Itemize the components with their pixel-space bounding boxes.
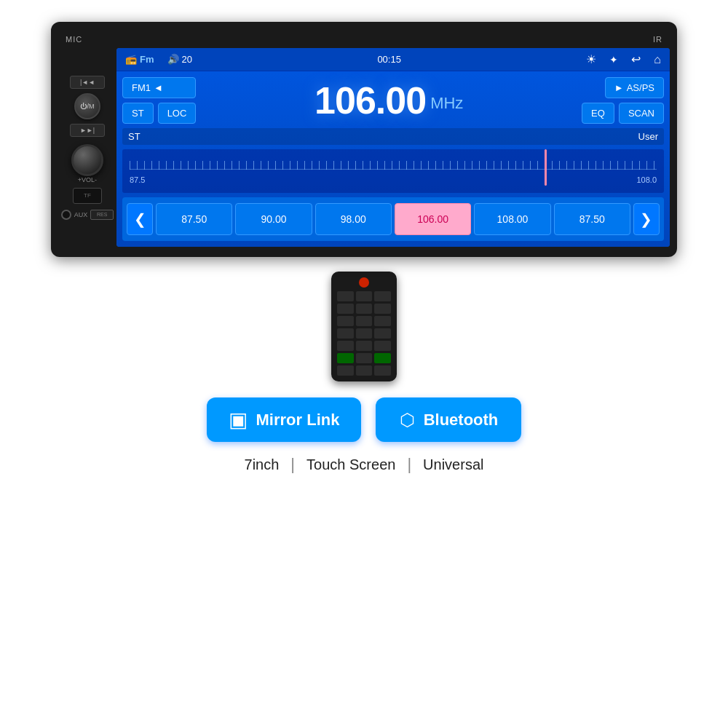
info-row: ST User [122,128,664,145]
top-controls: FM1 ◄ ST LOC [122,77,664,124]
tuner-max-freq: 108.0 [636,175,657,184]
radio-screen-main: FM1 ◄ ST LOC [116,71,670,247]
spec-type: Universal [423,456,483,473]
remote-btn-6[interactable] [374,304,391,314]
remote-btn-9[interactable] [374,316,391,326]
presets-row: ❮ 87.50 90.00 98.00 106.00 108.00 87.50 … [122,197,664,241]
preset-next-button[interactable]: ❯ [633,203,660,235]
st-label: ST [132,108,144,119]
tf-slot[interactable]: TF [73,188,102,204]
user-info: User [638,131,658,142]
remote-section [331,272,397,381]
brightness-icon[interactable]: ☀ [586,52,596,66]
preset-6[interactable]: 87.50 [554,203,630,235]
preset-1[interactable]: 87.50 [156,203,232,235]
st-info: ST [128,131,141,142]
loc-label: LOC [167,108,187,119]
remote-btn-5[interactable] [356,304,373,314]
ir-label: IR [653,35,662,44]
radio-body: |◄◄ ⏻/M ►►| +VOL- TF AUX RES [58,48,670,247]
remote-power-btn[interactable] [359,277,369,288]
remote-btn-21[interactable] [374,365,391,376]
preset-prev-button[interactable]: ❮ [127,203,153,235]
mirror-link-badge: ▣ Mirror Link [207,397,362,442]
frequency-display: 106.00 MHz [202,79,576,122]
remote-btn-4[interactable] [337,304,354,314]
preset-3[interactable]: 98.00 [315,203,392,235]
st-button[interactable]: ST [122,103,154,124]
vol-label: +VOL- [71,176,103,183]
radio-mode-label: Fm [140,54,154,65]
volume-indicator[interactable]: 🔊 20 [167,54,192,65]
screen: 📻 Fm 🔊 20 00:15 ☀ ✦ ↩ ⌂ [116,48,670,247]
frequency-unit: MHz [430,94,463,113]
scan-button[interactable]: SCAN [619,103,664,124]
remote-btn-17[interactable] [356,353,373,363]
frequency-value: 106.00 [314,79,426,122]
remote-top [337,277,391,288]
mic-label: MIC [66,35,82,44]
remote-btn-11[interactable] [356,328,373,339]
tuner-indicator [545,149,547,186]
remote-btn-1[interactable] [337,291,354,301]
tick-line [130,161,657,170]
remote-btn-7[interactable] [337,316,354,326]
band-controls-left: FM1 ◄ ST LOC [122,77,196,124]
tuner-bar[interactable]: 87.5 108.0 [122,149,664,193]
remote-btn-3[interactable] [374,291,391,301]
remote-btn-13[interactable] [337,341,354,351]
remote-control [331,272,397,381]
preset-5[interactable]: 108.00 [474,203,550,235]
preset-4-active[interactable]: 106.00 [395,203,471,235]
fm1-prev-button[interactable]: FM1 ◄ [122,77,196,98]
volume-icon: 🔊 [167,54,179,65]
remote-btn-grid [337,291,391,376]
spec-screen: Touch Screen [306,456,395,473]
divider-2: | [407,455,411,474]
divider-1: | [290,455,295,474]
fm1-label: FM1 [132,82,151,93]
home-icon[interactable]: ⌂ [654,53,661,66]
tuner-scale [130,155,657,170]
remote-btn-8[interactable] [356,316,373,326]
spec-size: 7inch [245,456,280,473]
back-icon[interactable]: ↩ [631,52,641,66]
remote-btn-16[interactable] [337,353,354,363]
remote-btn-15[interactable] [374,341,391,351]
volume-knob[interactable] [71,144,103,176]
vol-knob-container: +VOL- [71,144,103,183]
preset-2[interactable]: 90.00 [235,203,312,235]
scan-label: SCAN [628,108,654,119]
status-bar: 📻 Fm 🔊 20 00:15 ☀ ✦ ↩ ⌂ [116,48,670,71]
radio-icon: 📻 [125,54,137,65]
remote-btn-2[interactable] [356,291,373,301]
next-asps-button[interactable]: ► AS/PS [605,77,664,98]
skip-forward-button[interactable]: ►►| [70,124,105,137]
bluetooth-status-icon[interactable]: ✦ [609,54,618,66]
next-icon: ► [614,82,624,93]
remote-btn-19[interactable] [337,365,354,376]
st-loc-buttons: ST LOC [122,103,196,124]
aux-jack[interactable] [61,210,71,220]
remote-btn-10[interactable] [337,328,354,339]
bluetooth-label: Bluetooth [424,411,499,430]
remote-btn-20[interactable] [356,365,373,376]
eq-button[interactable]: EQ [582,103,614,124]
loc-button[interactable]: LOC [158,103,197,124]
remote-btn-18[interactable] [374,353,391,363]
tf-label: TF [84,192,91,199]
prev-arrow-icon: ◄ [154,82,163,93]
res-button[interactable]: RES [90,210,114,220]
radio-mode-indicator[interactable]: 📻 Fm [125,54,154,65]
skip-back-button[interactable]: |◄◄ [70,76,105,89]
bluetooth-icon: ⬡ [400,410,415,430]
radio-unit: MIC IR |◄◄ ⏻/M ►►| +VOL- TF AUX [51,22,677,257]
remote-btn-14[interactable] [356,341,373,351]
remote-btn-12[interactable] [374,328,391,339]
eq-scan-buttons: EQ SCAN [582,103,664,124]
band-controls-right: ► AS/PS EQ SCAN [582,77,664,124]
time-display: 00:15 [377,54,401,65]
mirror-link-label: Mirror Link [256,411,340,430]
eq-label: EQ [591,108,605,119]
power-mode-button[interactable]: ⏻/M [74,93,100,119]
